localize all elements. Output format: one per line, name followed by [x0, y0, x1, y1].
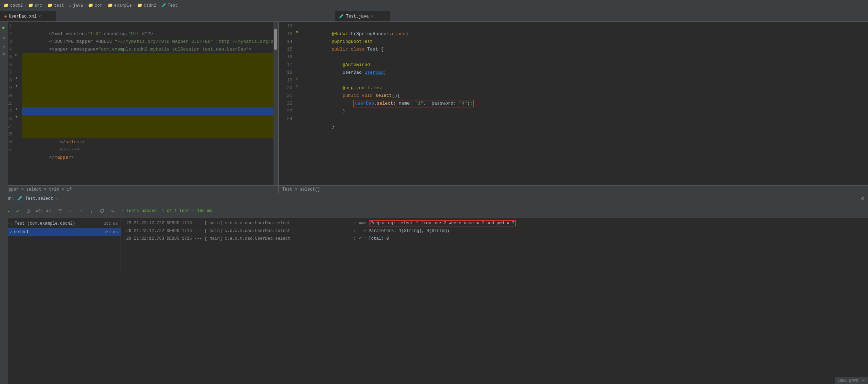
test-status: ✓ Tests passed: 1 of 1 test – 162 ms — [121, 208, 212, 213]
arrow-down-button[interactable]: ↓ — [87, 206, 96, 216]
code-line-14: </trim> — [22, 123, 278, 131]
breadcrumb-sep: › — [24, 4, 27, 8]
folder-icon-4: 📁 — [88, 3, 93, 8]
run-rerun-button[interactable]: ✓ — [13, 206, 22, 216]
tab-test-java[interactable]: 🧪 Test.java ✕ — [335, 11, 391, 21]
folder-icon-5: 📁 — [108, 3, 113, 8]
folder-icon-6: 📁 — [137, 3, 142, 8]
suite-pass-icon: ✓ — [11, 221, 13, 226]
left-icon-3[interactable]: ⚙ — [2, 51, 5, 57]
test-tree: ▼ ▶ ✓ Test (com.example.csdn2) 162 ms ✓ … — [0, 218, 121, 274]
folder-icon-2: 📁 — [28, 3, 33, 8]
code-line-13: </if> — [22, 115, 278, 123]
folder-icon-3: 📁 — [47, 3, 53, 8]
right-editor[interactable]: 12131415 16171819 2021222324 ● ▷ ▷ @RunW… — [279, 22, 868, 193]
left-icon-2[interactable]: ☁ — [2, 43, 5, 49]
java-folder-icon: ☕ — [69, 3, 72, 8]
collapse-button[interactable]: ☰ — [55, 206, 65, 216]
left-toolbar: ▶ ⊙ ☁ ⚙ — [0, 22, 8, 384]
code-line-10: </if> — [22, 92, 278, 100]
code-line-17: </mapper> — [22, 146, 278, 154]
left-breadcrumb-text: mapper > select > trim > if — [4, 187, 72, 192]
expand-button[interactable]: ≡ — [66, 206, 75, 216]
breadcrumb-csdn2-2[interactable]: 📁 csdn2 — [137, 3, 156, 8]
breadcrumb-bar: 📁 csdn2 › 📁 src › 📁 test › ☕ java › 📁 co… — [0, 0, 868, 11]
method-time: 162 ms — [104, 230, 118, 234]
arrow-up-button[interactable]: ↑ — [76, 206, 86, 216]
forward-button[interactable]: » — [108, 206, 117, 216]
code-line-1: <?xml version="1.0" encoding="UTF-8"?> — [22, 22, 278, 30]
clock-button[interactable]: ⏱ — [97, 206, 107, 216]
line-numbers-right: 12131415 16171819 2021222324 — [279, 22, 294, 185]
left-scrollbar-thumb[interactable] — [274, 29, 277, 50]
tab-close-xml[interactable]: ✕ — [39, 14, 41, 19]
breadcrumb-test[interactable]: 📁 test — [47, 3, 64, 8]
log-line-1: .29 21:22:12.722 DEBUG 1716 --- [ main] … — [121, 219, 868, 227]
right-line-24: } — [304, 115, 868, 123]
bottom-strip: CSDN @博客 三 — [835, 377, 868, 384]
test-suite-item[interactable]: ▼ ▶ ✓ Test (com.example.csdn2) 162 ms — [0, 219, 121, 228]
code-line-3: <mapper namespace="com.example.csdn2.myb… — [22, 38, 278, 46]
breadcrumb-java[interactable]: ☕ java — [69, 3, 83, 8]
tab-userdao-xml[interactable]: ◈ UserDao.xml ✕ — [0, 11, 56, 21]
left-editor[interactable]: 1234 5678 9101112 1314151617 ▷ ◈ ◈ ◈ ◈ <… — [0, 22, 279, 193]
folder-icon: 📁 — [4, 3, 9, 8]
left-run-icon[interactable]: ▶ — [2, 25, 5, 31]
left-icon-1[interactable]: ⊙ — [2, 35, 5, 41]
gutter-right: ● ▷ ▷ — [294, 22, 304, 185]
right-line-19: @org.junit.Test — [304, 77, 868, 84]
method-label: select — [14, 230, 29, 234]
right-code-content[interactable]: @RunWith(SpringRunner.class) @SpringBoot… — [304, 22, 868, 185]
right-line-20: public void select(){ — [304, 84, 868, 92]
code-line-4 — [22, 46, 278, 53]
right-line-16: @Autowired — [304, 53, 868, 61]
run-bar: Run: 🧪 Test.select ✕ ⚙ — [0, 193, 868, 204]
breadcrumb-src[interactable]: 📁 src — [28, 3, 42, 8]
code-line-15: </select> — [22, 131, 278, 138]
run-log: .29 21:22:12.722 DEBUG 1716 --- [ main] … — [121, 218, 868, 274]
run-tab-label[interactable]: Test.select — [25, 196, 53, 201]
breadcrumb-test-file[interactable]: 🧪 Test — [161, 3, 178, 8]
test-file-icon: 🧪 — [161, 3, 166, 8]
code-line-12: and pwd = #{pwd} — [22, 107, 278, 115]
gutter-left: ▷ ◈ ◈ ◈ ◈ — [14, 22, 22, 185]
run-toolbar: ▶ ✓ ⊘ AZ↑ AZ↓ ☰ ≡ ↑ ↓ ⏱ » ✓ Tests passed… — [0, 204, 868, 218]
run-stop-button[interactable]: ⊘ — [24, 206, 33, 216]
sort-alpha-down-button[interactable]: AZ↓ — [45, 206, 54, 216]
right-line-18 — [304, 69, 868, 77]
tab-bar: ◈ UserDao.xml ✕ 🧪 Test.java ✕ — [0, 11, 868, 22]
run-icon: 🧪 — [17, 196, 22, 201]
right-line-21: userDao.select( name: "1", password: "4"… — [304, 92, 868, 100]
log-line-2: .29 21:22:12.722 DEBUG 1716 --- [ main] … — [121, 227, 868, 235]
run-panel: Run: 🧪 Test.select ✕ ⚙ ▶ ✓ ⊘ AZ↑ AZ↓ ☰ ≡… — [0, 193, 868, 274]
test-method-item[interactable]: ✓ select 162 ms — [0, 228, 121, 236]
code-line-11: <if test="pwd != null and pwd.length() >… — [22, 100, 278, 107]
right-line-23 — [304, 107, 868, 115]
editors-row: 1234 5678 9101112 1314151617 ▷ ◈ ◈ ◈ ◈ <… — [0, 22, 868, 193]
suite-label: Test (com.example.csdn2) — [15, 221, 75, 226]
code-line-6: select * from user2 — [22, 61, 278, 69]
tab-close-java[interactable]: ✕ — [371, 14, 373, 19]
left-scrollbar[interactable] — [273, 22, 278, 185]
xml-icon: ◈ — [4, 14, 7, 19]
method-pass-icon: ✓ — [10, 230, 12, 234]
run-tab-close[interactable]: ✕ — [56, 196, 58, 201]
left-code-content[interactable]: <?xml version="1.0" encoding="UTF-8"?> <… — [22, 22, 278, 185]
breadcrumb-com[interactable]: 📁 com — [88, 3, 102, 8]
settings-gear-icon[interactable]: ⚙ — [861, 195, 864, 202]
code-line-2: <!DOCTYPE mapper PUBLIC "-//mybatis.org/… — [22, 30, 278, 38]
right-line-15 — [304, 46, 868, 53]
breadcrumb-example[interactable]: 📁 example — [108, 3, 132, 8]
right-line-13: @SpringBootTest — [304, 30, 868, 38]
right-editor-breadcrumb: Test > select() — [279, 185, 868, 193]
code-line-5: <select id="select" resultType="User"> — [22, 53, 278, 61]
sort-alpha-button[interactable]: AZ↑ — [34, 206, 43, 216]
log-line-3: .29 21:22:12.763 DEBUG 1716 --- [ main] … — [121, 235, 868, 243]
breadcrumb-csdn2[interactable]: 📁 csdn2 — [4, 3, 23, 8]
code-line-8: <if test="name != null and name.length()… — [22, 77, 278, 84]
code-line-9: and name = #{name} — [22, 84, 278, 92]
right-breadcrumb-text: Test > select() — [282, 187, 320, 192]
code-line-16: <!----> — [22, 138, 278, 146]
run-results: ▼ ▶ ✓ Test (com.example.csdn2) 162 ms ✓ … — [0, 218, 868, 274]
java-test-icon: 🧪 — [339, 14, 344, 19]
